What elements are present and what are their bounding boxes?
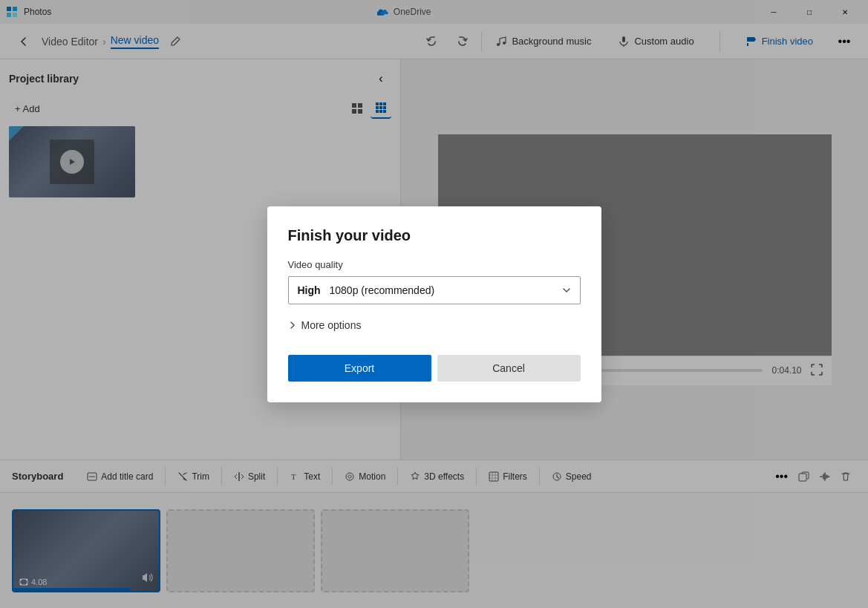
quality-value: High [298, 284, 321, 296]
finish-video-modal: Finish your video Video quality High 108… [267, 206, 601, 402]
export-button[interactable]: Export [288, 355, 431, 382]
modal-overlay: Finish your video Video quality High 108… [0, 0, 868, 608]
quality-detail-text: 1080p (recommended) [330, 284, 435, 296]
cancel-button[interactable]: Cancel [437, 355, 581, 382]
more-options-label: More options [301, 319, 362, 331]
chevron-down-icon [562, 286, 571, 295]
quality-label: Video quality [288, 259, 581, 270]
modal-title: Finish your video [288, 227, 581, 244]
quality-detail [324, 284, 327, 296]
more-options-button[interactable]: More options [288, 316, 581, 334]
modal-buttons: Export Cancel [288, 355, 581, 382]
chevron-right-icon [288, 321, 297, 330]
quality-select[interactable]: High 1080p (recommended) [288, 276, 581, 304]
